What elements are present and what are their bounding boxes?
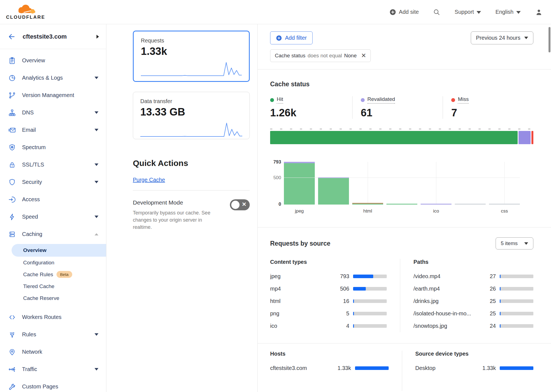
chevron-down-icon bbox=[95, 163, 98, 166]
row-value: 16 bbox=[327, 298, 349, 304]
list-item[interactable]: /video.mp427 bbox=[413, 270, 533, 283]
sidebar-subitem-overview[interactable]: Overview bbox=[12, 244, 106, 257]
requests-metric-card[interactable]: Requests 1.33k bbox=[133, 31, 250, 82]
funnel-icon bbox=[8, 331, 16, 339]
list-item[interactable]: /drinks.jpg25 bbox=[413, 295, 533, 307]
divider bbox=[133, 190, 250, 190]
sidebar-subitem-configuration[interactable]: Configuration bbox=[0, 257, 106, 269]
support-menu[interactable]: Support bbox=[455, 9, 481, 15]
list-item[interactable]: /snowtops.jpg24 bbox=[413, 320, 533, 332]
hit-dot-icon bbox=[270, 98, 274, 102]
sidebar-item-traffic[interactable]: Traffic bbox=[0, 361, 106, 378]
language-menu[interactable]: English bbox=[495, 9, 521, 15]
bar-segment-hit bbox=[386, 204, 417, 205]
row-value: 25 bbox=[474, 310, 496, 317]
bar-segment-revalidated bbox=[421, 204, 451, 205]
items-count-dropdown[interactable]: 5 items bbox=[496, 237, 533, 249]
sidebar-item-overview[interactable]: Overview bbox=[0, 52, 106, 69]
sidebar-item-ssl-tls[interactable]: SSL/TLS bbox=[0, 156, 106, 173]
chart-bar-jpeg[interactable] bbox=[284, 162, 315, 205]
development-mode-description: Temporarily bypass our cache. See change… bbox=[133, 209, 211, 231]
sidebar-item-caching[interactable]: Caching bbox=[0, 225, 106, 243]
row-value: 5 bbox=[327, 310, 349, 317]
remove-filter-icon[interactable]: ✕ bbox=[361, 53, 366, 59]
source-device-types-title: Source device types bbox=[415, 351, 534, 357]
revalidated-value: 61 bbox=[361, 107, 443, 119]
chart-bar-png[interactable] bbox=[386, 204, 417, 205]
sidebar-item-network[interactable]: Network bbox=[0, 343, 106, 361]
chart-bar-html[interactable] bbox=[352, 203, 383, 205]
cloudflare-cloud-icon bbox=[14, 4, 37, 15]
bar-segment-other bbox=[489, 204, 520, 205]
row-bar-fill bbox=[500, 299, 501, 303]
hosts-devices-section: Hosts cftestsite3.com1.33k Source device… bbox=[258, 343, 551, 391]
beta-badge: Beta bbox=[57, 271, 72, 278]
distribution-segment-hit[interactable] bbox=[270, 131, 518, 144]
revalidated-dot-icon bbox=[361, 98, 365, 102]
chart-bar-css[interactable] bbox=[489, 204, 520, 205]
add-filter-button[interactable]: Add filter bbox=[270, 31, 313, 44]
row-bar-track bbox=[353, 287, 387, 291]
list-item[interactable]: html16 bbox=[270, 295, 387, 307]
filter-operator: does not equal bbox=[308, 53, 342, 59]
x-tick-label bbox=[455, 208, 486, 214]
row-label: /video.mp4 bbox=[413, 273, 474, 280]
chart-bar-ico[interactable] bbox=[421, 204, 451, 205]
add-site-button[interactable]: Add site bbox=[389, 9, 419, 15]
list-item[interactable]: Desktop1.33k bbox=[415, 362, 534, 374]
search-icon[interactable] bbox=[433, 9, 440, 16]
sidebar-subitem-cache-reserve[interactable]: Cache Reserve bbox=[0, 292, 106, 304]
purge-cache-link[interactable]: Purge Cache bbox=[133, 177, 165, 183]
distribution-segment-miss[interactable] bbox=[531, 131, 533, 144]
sidebar-item-access[interactable]: Access bbox=[0, 191, 106, 208]
list-item[interactable]: jpeg793 bbox=[270, 270, 387, 283]
toggle-off-x-icon: ✕ bbox=[242, 201, 246, 208]
x-tick-label bbox=[386, 208, 417, 214]
miss-label[interactable]: Miss bbox=[458, 96, 469, 104]
sidebar: cftestsite3.com Overview Analytics & Log… bbox=[0, 24, 106, 392]
distribution-segment-revalidated[interactable] bbox=[518, 131, 531, 144]
hierarchy-icon bbox=[8, 109, 16, 117]
user-icon[interactable] bbox=[535, 8, 543, 16]
time-range-dropdown[interactable]: Previous 24 hours bbox=[471, 31, 533, 44]
sidebar-item-workers-routes[interactable]: Workers Routes bbox=[0, 308, 106, 326]
sidebar-item-version-management[interactable]: Version Management bbox=[0, 87, 106, 104]
x-tick-label: ico bbox=[421, 208, 451, 214]
sidebar-subitem-tiered-cache[interactable]: Tiered Cache bbox=[0, 280, 106, 292]
requests-sparkline bbox=[141, 61, 242, 77]
row-value: 25 bbox=[474, 298, 496, 304]
sidebar-item-rules[interactable]: Rules bbox=[0, 326, 106, 343]
sidebar-item-security[interactable]: Security bbox=[0, 173, 106, 191]
chart-x-axis-labels: jpeghtmlicocss bbox=[284, 208, 533, 214]
sidebar-item-dns[interactable]: DNS bbox=[0, 104, 106, 121]
hit-label[interactable]: Hit bbox=[277, 96, 283, 104]
sidebar-item-analytics[interactable]: Analytics & Logs bbox=[0, 69, 106, 87]
list-item[interactable]: mp4506 bbox=[270, 283, 387, 295]
back-arrow-icon[interactable] bbox=[8, 33, 15, 41]
chart-bar-unlabeled-5[interactable] bbox=[455, 204, 486, 205]
revalidated-label[interactable]: Revalidated bbox=[367, 96, 395, 104]
row-label: html bbox=[270, 298, 327, 304]
sidebar-item-spectrum[interactable]: Spectrum bbox=[0, 139, 106, 156]
chevron-right-icon[interactable] bbox=[96, 35, 99, 39]
list-item[interactable]: /earth.mp426 bbox=[413, 283, 533, 295]
clipboard-icon bbox=[8, 57, 16, 65]
list-item[interactable]: /isolated-house-in-mo...25 bbox=[413, 307, 533, 320]
sidebar-item-email[interactable]: Email bbox=[0, 121, 106, 139]
list-item[interactable]: cftestsite3.com1.33k bbox=[270, 362, 389, 374]
x-tick-label: jpeg bbox=[284, 208, 315, 214]
cloudflare-logo[interactable]: CLOUDFLARE bbox=[6, 4, 45, 20]
development-mode-row: Development Mode Temporarily bypass our … bbox=[133, 199, 250, 231]
data-transfer-metric-card[interactable]: Data transfer 13.33 GB bbox=[133, 92, 250, 139]
chevron-down-icon bbox=[516, 11, 521, 14]
chart-bar-mp4[interactable] bbox=[318, 177, 349, 205]
miss-value: 7 bbox=[451, 107, 533, 119]
development-mode-toggle[interactable]: ✕ bbox=[230, 199, 250, 210]
sidebar-item-custom-pages[interactable]: Custom Pages bbox=[0, 378, 106, 392]
sidebar-item-speed[interactable]: Speed bbox=[0, 208, 106, 225]
scrollbar-thumb[interactable] bbox=[549, 27, 550, 52]
list-item[interactable]: ico4 bbox=[270, 320, 387, 332]
sidebar-subitem-cache-rules[interactable]: Cache Rules Beta bbox=[0, 269, 106, 280]
list-item[interactable]: png5 bbox=[270, 307, 387, 320]
chevron-down-icon bbox=[95, 368, 98, 370]
